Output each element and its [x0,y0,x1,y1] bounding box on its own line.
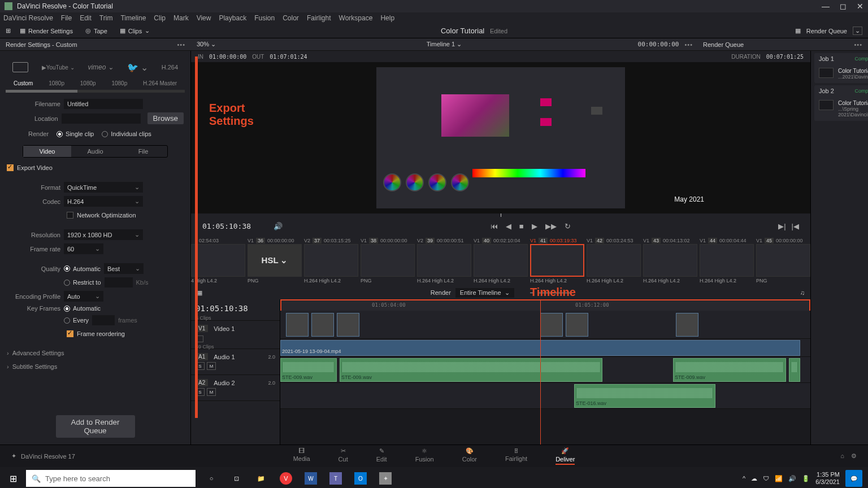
page-edit[interactable]: ✎Edit [376,447,387,465]
render-queue-icon[interactable]: ▦ [795,27,801,34]
volume-tray-icon[interactable]: 🔊 [788,475,796,482]
taskbar-clock[interactable]: 1:35 PM 6/3/2021 [815,471,840,486]
menu-fairlight[interactable]: Fairlight [307,14,331,22]
keyframes-auto-radio[interactable]: Automatic [64,305,101,312]
keyframes-value[interactable] [92,315,115,325]
word-icon[interactable]: W [300,467,322,488]
vivaldi-icon[interactable]: V [275,467,297,488]
menu-view[interactable]: View [197,14,211,22]
audio-clip[interactable] [789,358,800,382]
menu-fusion[interactable]: Fusion [254,14,275,22]
quality-auto-radio[interactable]: Automatic [64,265,101,272]
add-to-queue-button[interactable]: Add to Render Queue [56,415,135,438]
network-opt-checkbox[interactable] [67,212,73,219]
wifi-icon[interactable]: 📶 [775,475,783,482]
out-point[interactable]: 01:07:01:24 [270,54,307,60]
task-view-icon[interactable]: ⊡ [225,467,248,488]
in-point[interactable]: 01:00:00:00 [209,54,246,60]
timeline-timecode[interactable]: 01:05:10:38 [196,302,275,315]
prev-frame-button[interactable]: ◀ [506,222,511,230]
location-input[interactable] [62,114,141,124]
minimize-button[interactable]: — [822,2,830,11]
onedrive-icon[interactable]: ☁ [751,475,757,482]
page-fairlight[interactable]: 🎚Fairlight [505,447,527,465]
individual-clips-radio[interactable]: Individual clips [102,130,151,137]
codec-select[interactable]: H.264 [64,196,143,207]
battery-icon[interactable]: 🔋 [802,475,810,482]
filename-input[interactable] [64,99,143,109]
cortana-icon[interactable]: ○ [200,467,223,488]
outlook-icon[interactable]: O [349,467,372,488]
menu-file[interactable]: File [61,14,72,22]
kbps-input[interactable] [105,277,133,287]
tab-audio[interactable]: Audio [71,146,119,157]
clip-thumbnail[interactable]: V23900:00:00:51H.264 High L4.2 [417,237,471,284]
loop-button[interactable]: ↻ [565,222,571,230]
menu-davinci-resolve[interactable]: DaVinci Resolve [3,14,53,22]
render-queue-toggle[interactable]: Render Queue [806,28,847,34]
viewer-menu-icon[interactable]: ••• [684,41,693,48]
clip-thumbnail[interactable]: V14500:00:00:00PNG [756,237,810,284]
render-settings-toggle[interactable]: ▦Render Settings [16,26,76,36]
menu-mark[interactable]: Mark [173,14,189,22]
viewer[interactable]: May 2021 [191,62,810,213]
menu-help[interactable]: Help [380,14,394,22]
taskbar-search[interactable]: 🔍 Type here to search [26,470,196,487]
explorer-icon[interactable]: 📁 [250,467,272,488]
menu-edit[interactable]: Edit [80,14,92,22]
audio-clip[interactable]: STE-009.wav [280,358,337,382]
security-icon[interactable]: 🛡 [763,475,769,482]
play-button[interactable]: ▶ [532,222,537,230]
audio-meter-icon[interactable]: ♫ [800,289,805,296]
format-select[interactable]: QuickTime [64,182,143,193]
audio-clip[interactable]: STE-009.wav [673,358,786,382]
home-icon[interactable]: ⌂ [840,452,844,460]
preset-youtube[interactable]: ▶YouTube ⌄ [42,64,75,71]
preset-h264[interactable]: H.264 [162,64,178,71]
tab-video[interactable]: Video [23,146,71,157]
notification-center[interactable]: 💬45 [845,470,862,487]
clip-thumbnail[interactable]: V14400:00:04:44H.264 High L4.2 [700,237,754,284]
viewer-zoom[interactable]: 30% ⌄ [197,41,216,48]
audio-clip[interactable]: STE-016.wav [574,384,715,408]
browse-button[interactable]: Browse [147,112,184,124]
clip-thumbnail[interactable]: V14300:04:13:02H.264 High L4.2 [643,237,697,284]
menu-playback[interactable]: Playback [219,14,246,22]
page-deliver[interactable]: 🚀Deliver [555,447,575,465]
clip-thumbnail[interactable]: 02:54:034 High L4.2 [191,237,245,284]
page-fusion[interactable]: ⚛Fusion [415,447,434,465]
settings-icon[interactable]: ⚙ [851,452,857,460]
clip-thumbnail[interactable]: V13600:00:00:00HSL ⌄PNG [248,237,302,284]
render-scope-select[interactable]: Entire Timeline⌄ [455,288,514,298]
tab-file[interactable]: File [119,146,167,157]
panel-toggle-icon[interactable]: ⊞ [6,27,11,34]
maximize-button[interactable]: ◻ [840,2,847,11]
close-button[interactable]: ✕ [857,2,863,11]
teams-icon[interactable]: T [324,467,347,488]
stop-button[interactable]: ■ [519,222,524,230]
menu-color[interactable]: Color [283,14,299,22]
preset-twitter[interactable]: 🐦 ⌄ [127,62,148,73]
resolution-select[interactable]: 1920 x 1080 HD [64,229,143,240]
mute-button[interactable]: M [207,388,216,396]
clip-thumbnail[interactable]: V13800:00:00:00PNG [361,237,415,284]
page-color[interactable]: 🎨Color [462,447,477,465]
menu-trim[interactable]: Trim [99,14,113,22]
panel-menu-icon[interactable]: ••• [177,41,185,48]
clip-thumbnail[interactable]: V14000:02:10:04H.264 High L4.2 [474,237,528,284]
export-video-checkbox[interactable] [7,164,14,171]
menu-workspace[interactable]: Workspace [339,14,373,22]
frame-reorder-checkbox[interactable] [67,330,73,337]
tray-chevron-icon[interactable]: ^ [743,475,745,482]
framerate-select[interactable]: 60 [64,243,103,254]
subtitle-settings-toggle[interactable]: Subtitle Settings [0,360,190,373]
single-clip-radio[interactable]: Single clip [57,130,94,137]
mute-button[interactable]: M [207,362,216,370]
clips-toggle[interactable]: ▦Clips⌄ [116,26,153,36]
next-clip-button[interactable]: ▶| [778,222,785,230]
first-frame-button[interactable]: ⏮ [491,222,498,230]
menu-clip[interactable]: Clip [154,14,166,22]
encoding-select[interactable]: Auto [64,291,103,302]
page-media[interactable]: 🎞Media [293,447,310,465]
next-frame-button[interactable]: ▶▶ [545,222,557,230]
